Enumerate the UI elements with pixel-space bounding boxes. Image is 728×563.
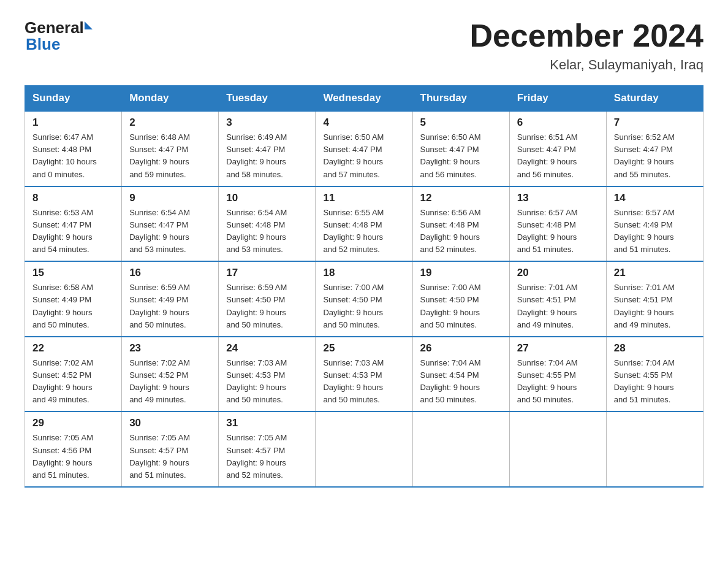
day-info: Sunrise: 7:04 AMSunset: 4:55 PMDaylight:… — [517, 357, 599, 407]
table-row: 4Sunrise: 6:50 AMSunset: 4:47 PMDaylight… — [316, 111, 412, 186]
day-info: Sunrise: 7:02 AMSunset: 4:52 PMDaylight:… — [32, 357, 114, 407]
table-row: 31Sunrise: 7:05 AMSunset: 4:57 PMDayligh… — [219, 412, 316, 487]
table-row: 28Sunrise: 7:04 AMSunset: 4:55 PMDayligh… — [606, 337, 703, 412]
day-number: 24 — [226, 342, 308, 354]
day-number: 7 — [614, 117, 696, 129]
day-info: Sunrise: 7:00 AMSunset: 4:50 PMDaylight:… — [323, 282, 404, 331]
day-info: Sunrise: 7:05 AMSunset: 4:57 PMDaylight:… — [129, 432, 211, 481]
day-number: 20 — [517, 267, 599, 279]
day-info: Sunrise: 7:03 AMSunset: 4:53 PMDaylight:… — [226, 357, 308, 407]
day-number: 8 — [32, 192, 114, 204]
day-number: 16 — [129, 267, 211, 279]
day-number: 11 — [323, 192, 404, 204]
logo-blue-text: Blue — [26, 35, 60, 54]
table-row: 29Sunrise: 7:05 AMSunset: 4:56 PMDayligh… — [25, 412, 122, 487]
table-row — [509, 412, 606, 487]
day-number: 28 — [614, 342, 696, 354]
calendar-week-row: 22Sunrise: 7:02 AMSunset: 4:52 PMDayligh… — [25, 337, 703, 412]
header-saturday: Saturday — [606, 86, 703, 112]
day-info: Sunrise: 7:01 AMSunset: 4:51 PMDaylight:… — [614, 282, 696, 331]
day-info: Sunrise: 7:02 AMSunset: 4:52 PMDaylight:… — [129, 357, 211, 407]
page-header: General Blue December 2024 Kelar, Sulaym… — [25, 18, 703, 73]
day-number: 19 — [420, 267, 502, 279]
day-number: 1 — [32, 117, 114, 129]
table-row: 10Sunrise: 6:54 AMSunset: 4:48 PMDayligh… — [219, 186, 316, 262]
day-info: Sunrise: 6:58 AMSunset: 4:49 PMDaylight:… — [32, 282, 114, 331]
header-tuesday: Tuesday — [219, 86, 316, 112]
table-row: 30Sunrise: 7:05 AMSunset: 4:57 PMDayligh… — [122, 412, 219, 487]
header-wednesday: Wednesday — [316, 86, 412, 112]
day-number: 10 — [226, 192, 308, 204]
table-row: 17Sunrise: 6:59 AMSunset: 4:50 PMDayligh… — [219, 261, 316, 337]
table-row — [316, 412, 412, 487]
table-row: 15Sunrise: 6:58 AMSunset: 4:49 PMDayligh… — [25, 261, 122, 337]
day-number: 9 — [129, 192, 211, 204]
table-row: 5Sunrise: 6:50 AMSunset: 4:47 PMDaylight… — [412, 111, 509, 186]
day-info: Sunrise: 6:49 AMSunset: 4:47 PMDaylight:… — [226, 131, 308, 181]
table-row: 2Sunrise: 6:48 AMSunset: 4:47 PMDaylight… — [122, 111, 219, 186]
day-info: Sunrise: 6:48 AMSunset: 4:47 PMDaylight:… — [129, 131, 211, 181]
day-info: Sunrise: 7:05 AMSunset: 4:56 PMDaylight:… — [32, 432, 114, 481]
table-row: 8Sunrise: 6:53 AMSunset: 4:47 PMDaylight… — [25, 186, 122, 262]
day-info: Sunrise: 6:47 AMSunset: 4:48 PMDaylight:… — [32, 131, 114, 181]
calendar-week-row: 29Sunrise: 7:05 AMSunset: 4:56 PMDayligh… — [25, 412, 703, 487]
calendar-week-row: 1Sunrise: 6:47 AMSunset: 4:48 PMDaylight… — [25, 111, 703, 186]
day-number: 31 — [226, 417, 308, 429]
day-info: Sunrise: 7:05 AMSunset: 4:57 PMDaylight:… — [226, 432, 308, 481]
day-number: 15 — [32, 267, 114, 279]
table-row: 26Sunrise: 7:04 AMSunset: 4:54 PMDayligh… — [412, 337, 509, 412]
calendar-week-row: 8Sunrise: 6:53 AMSunset: 4:47 PMDaylight… — [25, 186, 703, 262]
logo-triangle-icon — [85, 21, 93, 29]
day-info: Sunrise: 6:59 AMSunset: 4:49 PMDaylight:… — [129, 282, 211, 331]
day-number: 3 — [226, 117, 308, 129]
table-row: 16Sunrise: 6:59 AMSunset: 4:49 PMDayligh… — [122, 261, 219, 337]
header-monday: Monday — [122, 86, 219, 112]
table-row: 24Sunrise: 7:03 AMSunset: 4:53 PMDayligh… — [219, 337, 316, 412]
day-info: Sunrise: 7:04 AMSunset: 4:54 PMDaylight:… — [420, 357, 502, 407]
day-info: Sunrise: 7:04 AMSunset: 4:55 PMDaylight:… — [614, 357, 696, 407]
calendar-week-row: 15Sunrise: 6:58 AMSunset: 4:49 PMDayligh… — [25, 261, 703, 337]
table-row: 23Sunrise: 7:02 AMSunset: 4:52 PMDayligh… — [122, 337, 219, 412]
day-number: 13 — [517, 192, 599, 204]
day-number: 23 — [129, 342, 211, 354]
table-row — [412, 412, 509, 487]
calendar-table: Sunday Monday Tuesday Wednesday Thursday… — [25, 85, 703, 488]
day-info: Sunrise: 6:54 AMSunset: 4:47 PMDaylight:… — [129, 207, 211, 256]
table-row: 9Sunrise: 6:54 AMSunset: 4:47 PMDaylight… — [122, 186, 219, 262]
table-row: 25Sunrise: 7:03 AMSunset: 4:53 PMDayligh… — [316, 337, 412, 412]
day-number: 17 — [226, 267, 308, 279]
day-number: 30 — [129, 417, 211, 429]
table-row — [606, 412, 703, 487]
day-number: 2 — [129, 117, 211, 129]
day-info: Sunrise: 6:54 AMSunset: 4:48 PMDaylight:… — [226, 207, 308, 256]
day-number: 6 — [517, 117, 599, 129]
day-info: Sunrise: 6:51 AMSunset: 4:47 PMDaylight:… — [517, 131, 599, 181]
table-row: 12Sunrise: 6:56 AMSunset: 4:48 PMDayligh… — [412, 186, 509, 262]
day-info: Sunrise: 7:03 AMSunset: 4:53 PMDaylight:… — [323, 357, 404, 407]
title-block: December 2024 Kelar, Sulaymaniyah, Iraq — [469, 18, 703, 73]
table-row: 22Sunrise: 7:02 AMSunset: 4:52 PMDayligh… — [25, 337, 122, 412]
day-number: 22 — [32, 342, 114, 354]
table-row: 13Sunrise: 6:57 AMSunset: 4:48 PMDayligh… — [509, 186, 606, 262]
day-info: Sunrise: 6:50 AMSunset: 4:47 PMDaylight:… — [323, 131, 404, 181]
table-row: 1Sunrise: 6:47 AMSunset: 4:48 PMDaylight… — [25, 111, 122, 186]
day-number: 21 — [614, 267, 696, 279]
day-info: Sunrise: 7:00 AMSunset: 4:50 PMDaylight:… — [420, 282, 502, 331]
day-number: 26 — [420, 342, 502, 354]
header-sunday: Sunday — [25, 86, 122, 112]
day-number: 18 — [323, 267, 404, 279]
table-row: 21Sunrise: 7:01 AMSunset: 4:51 PMDayligh… — [606, 261, 703, 337]
logo: General Blue — [25, 18, 93, 54]
day-number: 25 — [323, 342, 404, 354]
table-row: 11Sunrise: 6:55 AMSunset: 4:48 PMDayligh… — [316, 186, 412, 262]
day-info: Sunrise: 6:55 AMSunset: 4:48 PMDaylight:… — [323, 207, 404, 256]
day-info: Sunrise: 6:57 AMSunset: 4:49 PMDaylight:… — [614, 207, 696, 256]
location-subtitle: Kelar, Sulaymaniyah, Iraq — [469, 57, 703, 73]
table-row: 27Sunrise: 7:04 AMSunset: 4:55 PMDayligh… — [509, 337, 606, 412]
table-row: 18Sunrise: 7:00 AMSunset: 4:50 PMDayligh… — [316, 261, 412, 337]
day-number: 5 — [420, 117, 502, 129]
day-number: 29 — [32, 417, 114, 429]
day-info: Sunrise: 6:52 AMSunset: 4:47 PMDaylight:… — [614, 131, 696, 181]
day-info: Sunrise: 6:59 AMSunset: 4:50 PMDaylight:… — [226, 282, 308, 331]
day-number: 4 — [323, 117, 404, 129]
